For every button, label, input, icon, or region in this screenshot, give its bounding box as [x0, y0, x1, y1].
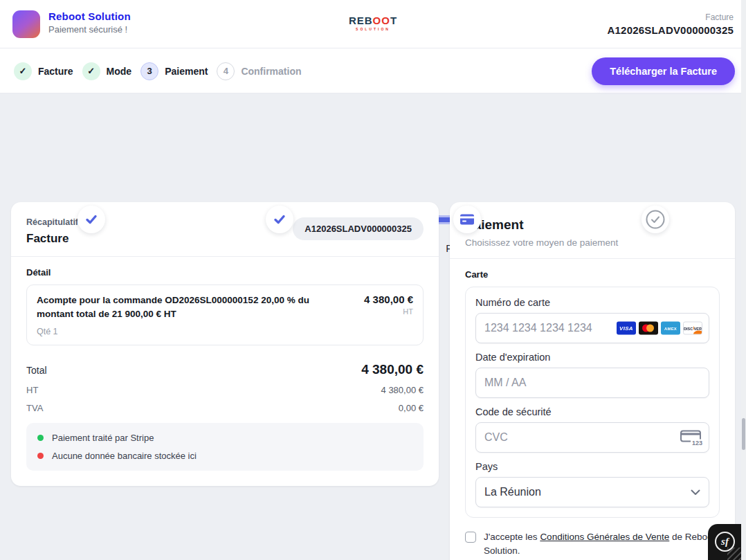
total-value: 4 380,00 € [361, 362, 424, 377]
step-chip-facture: ✓ [14, 62, 32, 80]
step-label-facture: Facture [38, 66, 73, 77]
brand-logo [12, 10, 40, 38]
terms-link[interactable]: Conditions Générales de Vente [540, 532, 669, 542]
note-text: Paiement traité par Stripe [52, 433, 154, 443]
country-select[interactable]: La Réunion [475, 477, 709, 507]
scrollbar-track[interactable] [741, 0, 746, 560]
card-fieldset: Numéro de carte VISA AMEX DISCVER Date d [465, 287, 720, 518]
summary-eyebrow: Récapitulatif [26, 217, 78, 227]
payment-subtitle: Choisissez votre moyen de paiement [465, 237, 720, 248]
terms-checkbox[interactable] [465, 532, 476, 543]
ht-value: 4 380,00 € [381, 385, 424, 395]
mastercard-icon [639, 322, 658, 335]
cvc-123-text: 123 [691, 440, 702, 446]
circle-check-icon [642, 206, 669, 233]
steps-bar: ✓ Facture ✓ Mode 3 Paiement 4 Confirmati… [0, 48, 746, 93]
country-value: La Réunion [484, 486, 541, 498]
step-label-mode: Mode [107, 66, 132, 77]
terms-prefix: J'accepte les [484, 532, 540, 542]
check-icon [266, 206, 293, 233]
tva-value: 0,00 € [399, 403, 424, 413]
logo-oo: OO [373, 15, 390, 26]
card-brand-icons: VISA AMEX DISCVER [617, 322, 702, 335]
steps-row: ✓ Facture ✓ Mode 3 Paiement 4 Confirmati… [14, 48, 304, 93]
logo-subword: SOLUTION [349, 28, 397, 31]
divider [11, 256, 439, 257]
note-no-storage: Aucune donnée bancaire stockée ici [37, 451, 412, 461]
invoice-line-item: Acompte pour la commande OD2026SL0000001… [26, 284, 424, 345]
totals-section: Total 4 380,00 € HT 4 380,00 € TVA 0,00 … [26, 362, 424, 413]
divider [450, 258, 735, 259]
progress-stepper: Facture Mode de paiement Paiement Confir… [0, 93, 746, 183]
green-dot-icon [37, 435, 44, 441]
step-chip-paiement: 3 [140, 62, 158, 80]
brand-text: Reboot Solution Paiement sécurisé ! [48, 10, 131, 35]
symfony-stripes [727, 548, 741, 560]
note-text: Aucune donnée bancaire stockée ici [52, 451, 197, 461]
payment-title: Paiement [465, 217, 720, 233]
check-icon [78, 206, 105, 233]
download-invoice-button[interactable]: Télécharger la Facture [592, 57, 735, 85]
tva-label: TVA [26, 403, 43, 413]
total-label: Total [26, 365, 47, 376]
expiry-label: Date d'expiration [475, 352, 709, 363]
logo-text-right: T [390, 15, 397, 26]
item-title: Acompte pour la commande OD2026SL0000001… [37, 293, 336, 322]
check-icon: ✓ [87, 66, 95, 76]
discover-icon: DISCVER [683, 322, 702, 335]
step-chip-mode: ✓ [82, 62, 100, 80]
red-dot-icon [37, 453, 44, 459]
step-label-paiement: Paiement [165, 66, 208, 77]
card-section-label: Carte [465, 269, 720, 280]
discover-swoosh [693, 331, 702, 335]
item-quantity: Qté 1 [37, 327, 336, 336]
logo-text-left: REB [349, 15, 373, 26]
chevron-down-icon [691, 489, 700, 496]
visa-icon: VISA [617, 322, 636, 335]
discover-text: VER [694, 326, 702, 330]
reboot-logo: REBOOT SOLUTION [349, 15, 397, 31]
item-amount: 4 380,00 € [344, 293, 413, 305]
step-chip-confirmation: 4 [217, 62, 235, 80]
cvc-card-icon: 123 [680, 431, 701, 445]
invoice-number: A12026SLADV000000325 [608, 24, 734, 36]
cvc-label: Code de sécurité [475, 406, 709, 417]
step-label-confirmation: Confirmation [241, 66, 301, 77]
symfony-profiler-badge[interactable]: sf [708, 524, 741, 560]
cvc-input[interactable] [475, 422, 709, 453]
note-stripe: Paiement traité par Stripe [37, 433, 412, 443]
credit-card-icon [453, 206, 481, 233]
detail-label: Détail [26, 267, 424, 278]
amex-icon: AMEX [661, 322, 680, 335]
country-label: Pays [475, 461, 709, 472]
scrollbar-thumb[interactable] [742, 418, 745, 450]
invoice-header: Facture A12026SLADV000000325 [608, 12, 734, 36]
header: Reboot Solution Paiement sécurisé ! REBO… [0, 0, 746, 48]
terms-row: J'accepte les Conditions Générales de Ve… [465, 530, 720, 559]
item-amount-suffix: HT [344, 307, 413, 316]
summary-title: Facture [26, 232, 78, 246]
invoice-summary-card: Récapitulatif Facture A12026SLADV0000003… [11, 202, 439, 486]
card-number-label: Numéro de carte [475, 297, 709, 308]
expiry-input[interactable] [475, 368, 709, 398]
brand-subtitle: Paiement sécurisé ! [48, 24, 131, 35]
terms-text: J'accepte les Conditions Générales de Ve… [484, 530, 720, 559]
security-notes: Paiement traité par Stripe Aucune donnée… [26, 423, 424, 471]
brand-title: Reboot Solution [48, 10, 131, 22]
payment-card: Paiement Choisissez votre moyen de paiem… [450, 202, 735, 560]
check-icon: ✓ [19, 66, 27, 76]
ht-label: HT [26, 385, 38, 395]
discover-text: DISC [684, 326, 693, 330]
invoice-number-badge: A12026SLADV000000325 [293, 217, 424, 240]
invoice-label: Facture [608, 12, 734, 22]
